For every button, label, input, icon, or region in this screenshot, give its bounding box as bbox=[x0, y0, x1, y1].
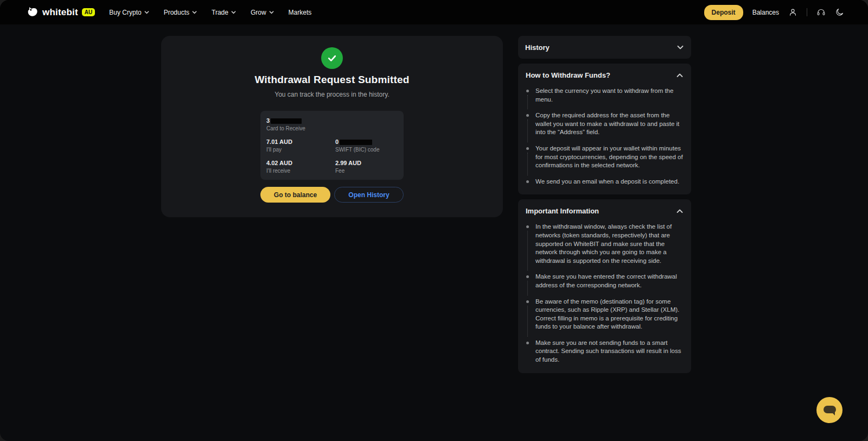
page-subtitle: You can track the process in the history… bbox=[161, 91, 503, 98]
region-badge: AU bbox=[82, 8, 95, 16]
chevron-up-icon bbox=[676, 207, 684, 215]
support-chat-button[interactable] bbox=[816, 397, 843, 423]
success-check-icon bbox=[321, 47, 343, 69]
how-to-withdraw-list: Select the currency you want to withdraw… bbox=[525, 87, 684, 186]
list-item: In the withdrawal window, always check t… bbox=[525, 223, 684, 265]
important-information-panel: Important Information In the withdrawal … bbox=[518, 199, 691, 373]
how-to-withdraw-header[interactable]: How to Withdraw Funds? bbox=[525, 71, 684, 79]
important-information-header[interactable]: Important Information bbox=[525, 207, 684, 215]
user-profile-icon[interactable] bbox=[788, 8, 797, 17]
action-buttons: Go to balance Open History bbox=[161, 187, 503, 203]
chevron-down-icon bbox=[676, 43, 684, 51]
info-sidebar: History How to Withdraw Funds? Select th… bbox=[518, 36, 691, 373]
chevron-down-icon bbox=[192, 10, 197, 15]
whitebit-logo-icon bbox=[26, 6, 39, 18]
balances-link[interactable]: Balances bbox=[752, 9, 779, 16]
list-item: We send you an email when a deposit is c… bbox=[525, 178, 684, 186]
withdrawal-details: 3 Card to Receive 7.01 AUD I'll pay 0 SW… bbox=[260, 111, 404, 180]
whitebit-logo[interactable]: whitebit AU bbox=[26, 6, 95, 18]
detail-card-to-receive: 3 Card to Receive bbox=[266, 118, 398, 131]
app-window: whitebit AU Buy Crypto Products Trade Gr… bbox=[0, 0, 868, 441]
header-divider bbox=[807, 8, 807, 16]
nav-trade[interactable]: Trade bbox=[212, 9, 236, 16]
chat-bubble-icon bbox=[824, 406, 836, 413]
detail-pay-amount: 7.01 AUD I'll pay bbox=[266, 139, 335, 153]
how-to-withdraw-panel: How to Withdraw Funds? Select the curren… bbox=[518, 64, 691, 194]
list-item: Your deposit will appear in your wallet … bbox=[525, 144, 684, 170]
nav-markets[interactable]: Markets bbox=[289, 9, 312, 16]
list-item: Make sure you are not sending funds to a… bbox=[525, 339, 684, 364]
page-title: Withdrawal Request Submitted bbox=[161, 74, 503, 86]
chevron-down-icon bbox=[231, 10, 236, 15]
top-nav-bar: whitebit AU Buy Crypto Products Trade Gr… bbox=[0, 0, 868, 24]
detail-swift-code: 0 SWIFT (BIC) code bbox=[335, 139, 398, 153]
main-nav: Buy Crypto Products Trade Grow Markets bbox=[109, 9, 311, 16]
detail-receive-amount: 4.02 AUD I'll receive bbox=[266, 160, 335, 174]
nav-grow[interactable]: Grow bbox=[251, 9, 274, 16]
list-item: Make sure you have entered the correct w… bbox=[525, 273, 684, 289]
chevron-up-icon bbox=[676, 72, 684, 79]
support-headphones-icon[interactable] bbox=[816, 8, 826, 17]
deposit-button[interactable]: Deposit bbox=[704, 5, 743, 20]
header-actions: Deposit Balances bbox=[704, 5, 844, 20]
brand-name: whitebit bbox=[42, 7, 78, 18]
chevron-down-icon bbox=[144, 10, 149, 15]
dark-mode-moon-icon[interactable] bbox=[835, 8, 844, 17]
go-to-balance-button[interactable]: Go to balance bbox=[260, 187, 330, 203]
detail-fee: 2.99 AUD Fee bbox=[335, 160, 398, 174]
open-history-button[interactable]: Open History bbox=[334, 187, 404, 203]
nav-buy-crypto[interactable]: Buy Crypto bbox=[109, 9, 149, 16]
chevron-down-icon bbox=[269, 10, 274, 15]
important-information-list: In the withdrawal window, always check t… bbox=[525, 223, 684, 364]
redacted-swift-code bbox=[340, 140, 372, 145]
nav-products[interactable]: Products bbox=[164, 9, 197, 16]
list-item: Be aware of the memo (destination tag) f… bbox=[525, 298, 684, 331]
withdrawal-success-card: Withdrawal Request Submitted You can tra… bbox=[161, 36, 503, 217]
history-panel-header[interactable]: History bbox=[518, 36, 691, 59]
redacted-card-number bbox=[271, 118, 302, 124]
history-panel: History bbox=[518, 36, 691, 59]
list-item: Select the currency you want to withdraw… bbox=[525, 87, 684, 104]
list-item: Copy the required address for the asset … bbox=[525, 111, 684, 137]
